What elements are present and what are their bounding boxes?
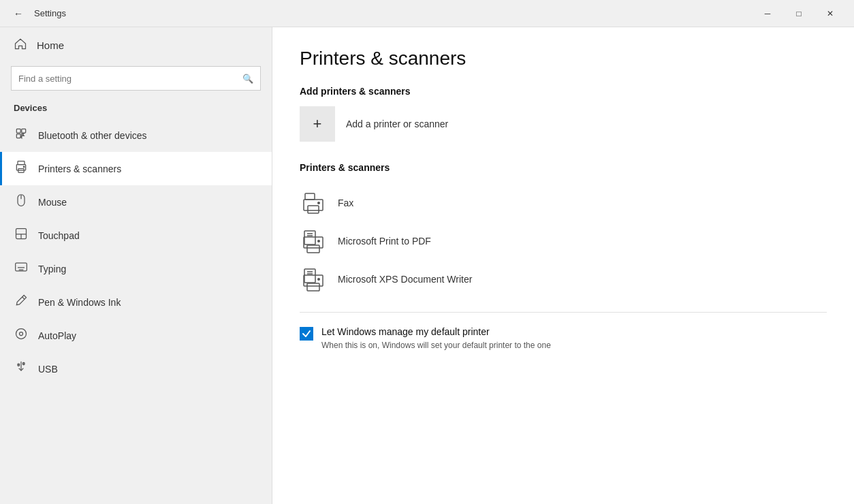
minimize-button[interactable]: ─ [752, 0, 783, 27]
autoplay-icon [14, 327, 29, 344]
close-button[interactable]: ✕ [815, 0, 846, 27]
svg-rect-2 [16, 134, 20, 138]
typing-icon [14, 260, 29, 277]
plus-icon: + [313, 115, 322, 133]
sidebar-item-mouse[interactable]: Mouse [0, 185, 272, 219]
app-title: Settings [34, 8, 66, 18]
xps-printer-label: Microsoft XPS Document Writer [338, 274, 472, 285]
svg-point-6 [23, 166, 25, 168]
fax-label: Fax [338, 198, 353, 208]
bluetooth-icon [14, 127, 29, 144]
sidebar-item-autoplay[interactable]: AutoPlay [0, 319, 272, 352]
window-controls: ─ □ ✕ [752, 0, 846, 27]
add-printer-button[interactable]: + Add a printer or scanner [300, 106, 448, 142]
svg-rect-0 [16, 129, 20, 133]
svg-rect-3 [18, 161, 25, 165]
svg-rect-27 [304, 200, 323, 210]
sidebar-item-printers[interactable]: Printers & scanners [0, 152, 272, 185]
svg-point-19 [16, 329, 27, 339]
sidebar-item-usb-label: USB [38, 364, 58, 375]
content-area: Printers & scanners Add printers & scann… [272, 27, 854, 504]
svg-rect-36 [304, 269, 315, 283]
svg-rect-26 [305, 193, 315, 200]
home-icon [14, 37, 27, 54]
usb-icon [14, 360, 29, 377]
sidebar-item-typing-label: Typing [38, 264, 66, 274]
default-printer-desc: When this is on, Windows will set your d… [321, 340, 551, 351]
pdf-printer-icon [300, 227, 327, 255]
svg-rect-37 [304, 275, 323, 286]
xps-printer-icon [300, 266, 327, 293]
default-printer-checkbox[interactable] [300, 327, 313, 341]
back-button[interactable]: ← [8, 3, 29, 24]
add-printer-icon-box: + [300, 106, 335, 142]
sidebar-home[interactable]: Home [0, 27, 272, 63]
search-icon: 🔍 [242, 74, 253, 84]
svg-rect-1 [22, 129, 26, 133]
printer-item-fax[interactable]: Fax [300, 184, 827, 222]
mouse-icon [14, 193, 29, 210]
sidebar-item-bluetooth-label: Bluetooth & other devices [38, 130, 147, 141]
svg-rect-30 [304, 231, 315, 245]
svg-point-20 [20, 332, 23, 336]
add-section-subtitle: Add printers & scanners [300, 86, 827, 97]
sidebar-item-touchpad-label: Touchpad [38, 230, 80, 241]
svg-rect-28 [308, 206, 319, 213]
home-label: Home [37, 40, 64, 51]
sidebar-item-mouse-label: Mouse [38, 197, 67, 208]
svg-point-35 [317, 240, 320, 242]
sidebar-item-pen-label: Pen & Windows Ink [38, 297, 121, 308]
sidebar-item-usb[interactable]: USB [0, 352, 272, 385]
search-box[interactable]: 🔍 [11, 66, 261, 91]
printer-item-xps[interactable]: Microsoft XPS Document Writer [300, 260, 827, 298]
default-printer-label: Let Windows manage my default printer [321, 326, 551, 337]
touchpad-icon [14, 227, 29, 244]
pen-icon [14, 294, 29, 311]
printer-item-pdf[interactable]: Microsoft Print to PDF [300, 222, 827, 260]
sidebar-item-autoplay-label: AutoPlay [38, 330, 76, 341]
svg-point-29 [317, 202, 320, 204]
title-bar: ← Settings ─ □ ✕ [0, 0, 854, 27]
sidebar-item-printers-label: Printers & scanners [38, 163, 121, 174]
svg-line-18 [22, 297, 25, 299]
pdf-printer-label: Microsoft Print to PDF [338, 236, 431, 247]
printers-section-title: Printers & scanners [300, 162, 827, 173]
svg-rect-32 [307, 245, 319, 253]
sidebar-section-label: Devices [0, 99, 272, 119]
sidebar: Home 🔍 Devices Bluetooth & other devices [0, 27, 272, 504]
fax-icon [300, 189, 327, 217]
svg-point-41 [317, 278, 320, 281]
app-body: Home 🔍 Devices Bluetooth & other devices [0, 27, 854, 504]
svg-rect-38 [307, 283, 319, 291]
svg-rect-31 [304, 237, 323, 248]
printer-nav-icon [14, 160, 29, 177]
sidebar-item-bluetooth[interactable]: Bluetooth & other devices [0, 119, 272, 152]
default-printer-text: Let Windows manage my default printer Wh… [321, 326, 551, 351]
content-divider [300, 312, 827, 313]
search-input[interactable] [18, 74, 242, 84]
add-printer-label: Add a printer or scanner [346, 119, 448, 129]
page-title: Printers & scanners [300, 48, 827, 69]
sidebar-item-typing[interactable]: Typing [0, 252, 272, 285]
maximize-button[interactable]: □ [783, 0, 815, 27]
default-printer-row: Let Windows manage my default printer Wh… [300, 326, 827, 351]
sidebar-item-pen[interactable]: Pen & Windows Ink [0, 285, 272, 319]
sidebar-item-touchpad[interactable]: Touchpad [0, 219, 272, 252]
